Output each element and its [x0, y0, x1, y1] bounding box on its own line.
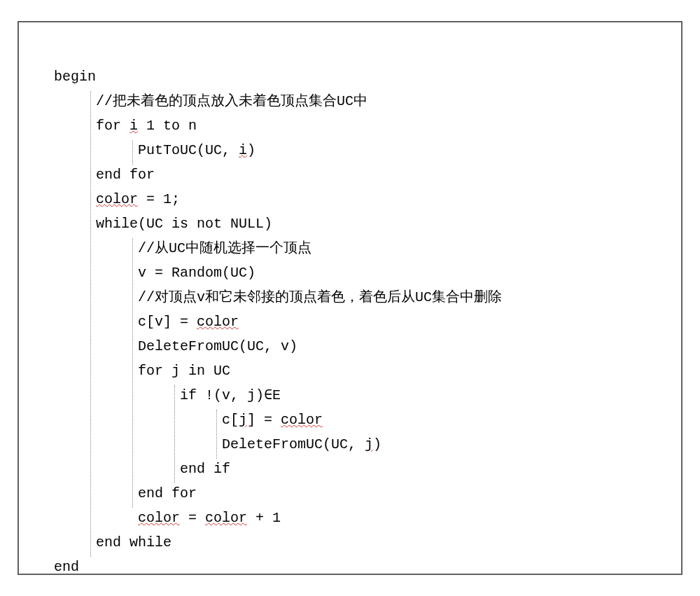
- code-line: //对顶点v和它未邻接的顶点着色，着色后从UC集合中删除: [54, 285, 646, 310]
- code-line: DeleteFromUC(UC, j): [54, 432, 646, 457]
- code-line: //把未着色的顶点放入未着色顶点集合UC中: [54, 89, 646, 113]
- wavy-token: color: [138, 510, 180, 526]
- wavy-token: j: [365, 436, 373, 452]
- wavy-token: i: [239, 142, 247, 158]
- code-line: c[v] = color: [54, 310, 646, 334]
- wavy-token: j: [239, 412, 247, 428]
- code-line: for i 1 to n: [54, 113, 646, 138]
- code-token: DeleteFromUC(UC,: [222, 436, 365, 452]
- code-line: DeleteFromUC(UC, v): [54, 334, 646, 359]
- code-token: while(UC is not NULL): [96, 216, 272, 232]
- code-token: end: [54, 559, 79, 575]
- code-line: //从UC中随机选择一个顶点: [54, 236, 646, 261]
- code-token: //从UC中随机选择一个顶点: [138, 240, 312, 256]
- code-token: ): [247, 142, 255, 158]
- code-container: begin//把未着色的顶点放入未着色顶点集合UC中for i 1 to nPu…: [54, 64, 646, 579]
- code-line: begin: [54, 64, 646, 89]
- code-line: color = 1;: [54, 187, 646, 212]
- code-line: end: [54, 555, 646, 579]
- code-token: + 1: [247, 510, 281, 526]
- code-line: end if: [54, 457, 646, 481]
- code-token: v = Random(UC): [138, 265, 255, 281]
- code-line: end for: [54, 162, 646, 187]
- code-line: PutToUC(UC, i): [54, 138, 646, 162]
- code-line: while(UC is not NULL): [54, 212, 646, 236]
- code-line: end while: [54, 530, 646, 555]
- code-line: c[j] = color: [54, 408, 646, 432]
- code-token: //对顶点v和它未邻接的顶点着色，着色后从UC集合中删除: [138, 289, 502, 305]
- code-token: //把未着色的顶点放入未着色顶点集合UC中: [96, 93, 368, 109]
- code-token: DeleteFromUC(UC, v): [138, 338, 298, 354]
- code-line: if !(v, j)∈E: [54, 383, 646, 408]
- code-token: ] =: [247, 412, 281, 428]
- wavy-token: color: [96, 191, 138, 207]
- code-token: for j in UC: [138, 363, 230, 379]
- code-token: PutToUC(UC,: [138, 142, 239, 158]
- code-token: end for: [96, 167, 155, 183]
- wavy-token: color: [281, 412, 323, 428]
- code-line: v = Random(UC): [54, 261, 646, 285]
- code-token: for: [96, 118, 130, 134]
- code-token: if !(v, j)∈E: [180, 387, 281, 403]
- code-line: end for: [54, 481, 646, 506]
- wavy-token: color: [205, 510, 247, 526]
- wavy-token: i: [130, 118, 138, 134]
- code-token: end if: [180, 461, 230, 477]
- document-frame: begin//把未着色的顶点放入未着色顶点集合UC中for i 1 to nPu…: [18, 21, 682, 575]
- code-token: = 1;: [138, 191, 180, 207]
- code-token: c[v] =: [138, 314, 197, 330]
- code-token: end while: [96, 534, 172, 550]
- code-token: c[: [222, 412, 239, 428]
- code-token: end for: [138, 485, 197, 501]
- code-token: ): [373, 436, 382, 452]
- code-token: begin: [54, 69, 96, 85]
- code-token: 1 to n: [138, 118, 197, 134]
- code-line: for j in UC: [54, 359, 646, 383]
- wavy-token: color: [197, 314, 239, 330]
- code-line: color = color + 1: [54, 506, 646, 530]
- code-block: begin//把未着色的顶点放入未着色顶点集合UC中for i 1 to nPu…: [54, 64, 646, 579]
- code-token: =: [180, 510, 205, 526]
